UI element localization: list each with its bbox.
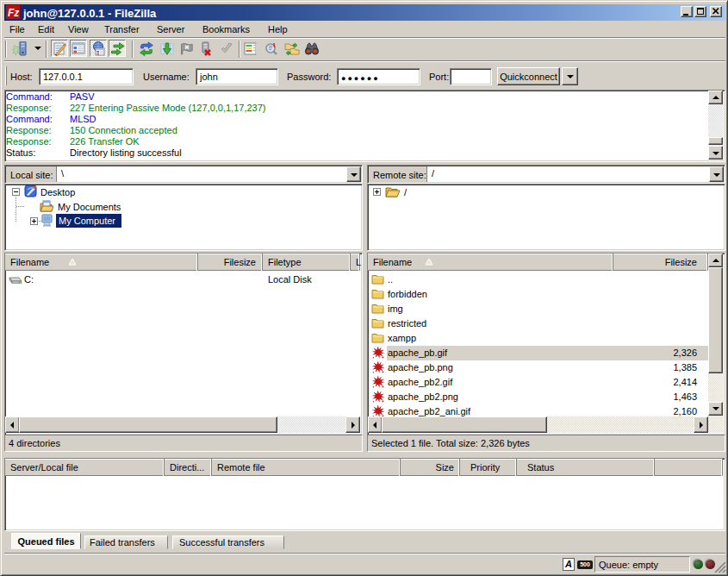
svg-text:Fz: Fz [8,7,19,19]
